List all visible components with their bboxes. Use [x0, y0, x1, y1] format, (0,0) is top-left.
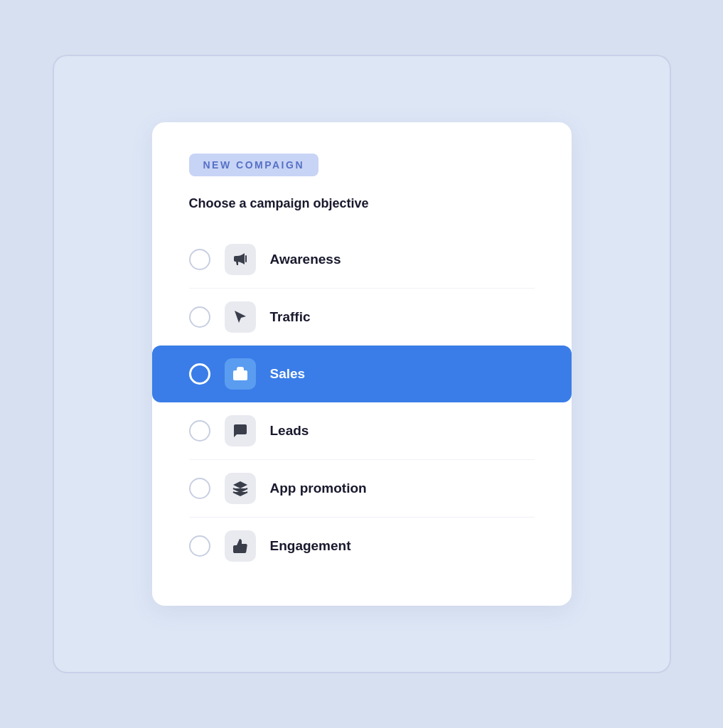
radio-app-promotion[interactable] [189, 478, 210, 499]
sales-icon-circle [225, 358, 256, 390]
svg-point-3 [240, 429, 241, 430]
leads-icon-circle [225, 415, 256, 446]
option-sales[interactable]: Sales [152, 346, 572, 402]
briefcase-icon [232, 365, 249, 382]
traffic-label: Traffic [270, 309, 311, 325]
outer-border: NEW COMPAIGN Choose a campaign objective… [53, 55, 671, 673]
card-subtitle: Choose a campaign objective [189, 196, 535, 211]
svg-point-2 [237, 429, 238, 430]
radio-awareness[interactable] [189, 249, 210, 270]
app-promotion-label: App promotion [270, 481, 367, 496]
option-leads[interactable]: Leads [189, 402, 535, 459]
option-engagement[interactable]: Engagement [189, 518, 535, 574]
engagement-label: Engagement [270, 538, 351, 554]
leads-label: Leads [270, 423, 309, 439]
box-icon [232, 480, 249, 497]
chat-icon [232, 422, 249, 439]
svg-rect-0 [233, 370, 247, 380]
sales-label: Sales [270, 366, 306, 382]
megaphone-icon [232, 251, 249, 268]
option-app-promotion[interactable]: App promotion [189, 460, 535, 517]
engagement-icon-circle [225, 530, 256, 562]
radio-traffic[interactable] [189, 306, 210, 328]
campaign-card: NEW COMPAIGN Choose a campaign objective… [152, 122, 572, 606]
cursor-icon [232, 309, 249, 326]
objective-list: Awareness Traffic [189, 231, 535, 574]
radio-engagement[interactable] [189, 535, 210, 557]
new-campaign-badge: NEW COMPAIGN [189, 154, 319, 176]
option-traffic[interactable]: Traffic [189, 289, 535, 346]
awareness-label: Awareness [270, 252, 341, 267]
radio-sales[interactable] [189, 363, 210, 385]
svg-point-4 [242, 429, 244, 430]
card-inner: NEW COMPAIGN Choose a campaign objective… [152, 122, 572, 606]
traffic-icon-circle [225, 301, 256, 333]
app-promotion-icon-circle [225, 473, 256, 504]
option-awareness[interactable]: Awareness [189, 231, 535, 288]
thumbsup-icon [232, 537, 249, 555]
awareness-icon-circle [225, 244, 256, 275]
radio-leads[interactable] [189, 420, 210, 441]
